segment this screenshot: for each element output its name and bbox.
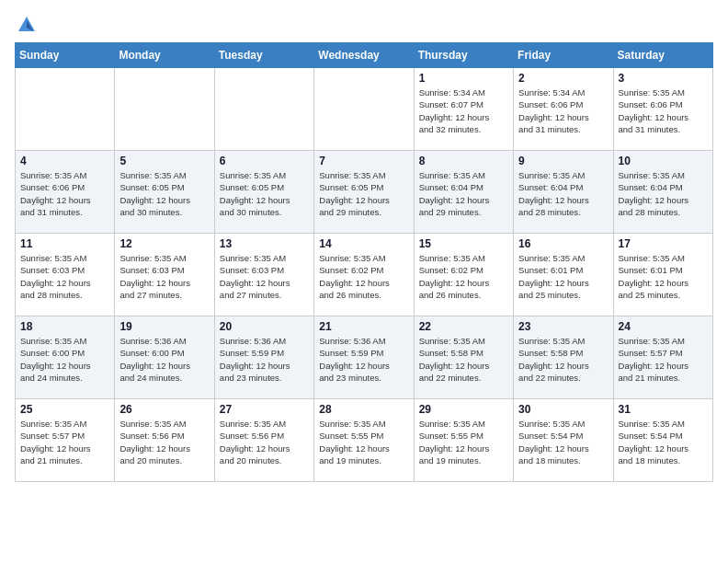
calendar-cell: 2Sunrise: 5:34 AM Sunset: 6:06 PM Daylig… [514, 68, 613, 151]
day-number: 24 [619, 320, 708, 333]
weekday-header: Friday [514, 43, 613, 68]
calendar-cell: 29Sunrise: 5:35 AM Sunset: 5:55 PM Dayli… [414, 399, 513, 482]
day-info: Sunrise: 5:35 AM Sunset: 6:04 PM Dayligh… [419, 169, 508, 218]
calendar-cell [16, 68, 115, 151]
day-info: Sunrise: 5:34 AM Sunset: 6:07 PM Dayligh… [419, 86, 508, 135]
day-info: Sunrise: 5:35 AM Sunset: 6:02 PM Dayligh… [419, 252, 508, 301]
day-info: Sunrise: 5:36 AM Sunset: 5:59 PM Dayligh… [319, 335, 408, 384]
day-info: Sunrise: 5:35 AM Sunset: 6:05 PM Dayligh… [119, 169, 209, 218]
calendar-cell: 4Sunrise: 5:35 AM Sunset: 6:06 PM Daylig… [16, 151, 115, 234]
calendar-cell: 25Sunrise: 5:35 AM Sunset: 5:57 PM Dayli… [16, 399, 115, 482]
day-number: 1 [419, 72, 508, 85]
calendar-cell: 6Sunrise: 5:35 AM Sunset: 6:05 PM Daylig… [214, 151, 313, 234]
calendar-cell: 27Sunrise: 5:35 AM Sunset: 5:56 PM Dayli… [214, 399, 313, 482]
day-number: 16 [518, 237, 608, 250]
day-info: Sunrise: 5:35 AM Sunset: 6:00 PM Dayligh… [20, 335, 109, 384]
calendar-cell: 9Sunrise: 5:35 AM Sunset: 6:04 PM Daylig… [514, 151, 613, 234]
day-number: 30 [518, 403, 608, 416]
day-info: Sunrise: 5:35 AM Sunset: 6:01 PM Dayligh… [619, 252, 708, 301]
day-info: Sunrise: 5:35 AM Sunset: 5:58 PM Dayligh… [419, 335, 508, 384]
day-number: 13 [220, 237, 309, 250]
calendar-cell: 1Sunrise: 5:34 AM Sunset: 6:07 PM Daylig… [414, 68, 513, 151]
day-number: 31 [619, 403, 708, 416]
calendar-cell: 13Sunrise: 5:35 AM Sunset: 6:03 PM Dayli… [214, 234, 313, 316]
day-info: Sunrise: 5:35 AM Sunset: 5:57 PM Dayligh… [20, 418, 109, 466]
calendar-cell: 7Sunrise: 5:35 AM Sunset: 6:05 PM Daylig… [314, 151, 414, 234]
calendar-cell: 12Sunrise: 5:35 AM Sunset: 6:03 PM Dayli… [115, 234, 214, 316]
day-number: 10 [619, 155, 708, 167]
day-info: Sunrise: 5:35 AM Sunset: 6:03 PM Dayligh… [220, 252, 309, 301]
calendar-week-row: 11Sunrise: 5:35 AM Sunset: 6:03 PM Dayli… [16, 234, 713, 316]
day-info: Sunrise: 5:35 AM Sunset: 5:55 PM Dayligh… [419, 418, 508, 466]
day-info: Sunrise: 5:36 AM Sunset: 5:59 PM Dayligh… [220, 335, 309, 384]
day-number: 12 [119, 237, 209, 250]
calendar-cell [214, 68, 313, 151]
calendar-cell: 24Sunrise: 5:35 AM Sunset: 5:57 PM Dayli… [613, 316, 712, 399]
calendar-cell: 30Sunrise: 5:35 AM Sunset: 5:54 PM Dayli… [514, 399, 613, 482]
calendar-week-row: 1Sunrise: 5:34 AM Sunset: 6:07 PM Daylig… [16, 68, 713, 151]
day-info: Sunrise: 5:35 AM Sunset: 6:04 PM Dayligh… [518, 169, 608, 218]
day-number: 15 [419, 237, 508, 250]
calendar-cell: 15Sunrise: 5:35 AM Sunset: 6:02 PM Dayli… [414, 234, 513, 316]
day-number: 27 [220, 403, 309, 416]
day-info: Sunrise: 5:35 AM Sunset: 5:56 PM Dayligh… [119, 418, 209, 466]
day-number: 25 [20, 403, 109, 416]
day-info: Sunrise: 5:35 AM Sunset: 6:04 PM Dayligh… [619, 169, 708, 218]
calendar-cell [314, 68, 414, 151]
day-info: Sunrise: 5:35 AM Sunset: 6:05 PM Dayligh… [220, 169, 309, 218]
logo [15, 15, 37, 35]
day-number: 23 [518, 320, 608, 333]
calendar-cell: 31Sunrise: 5:35 AM Sunset: 5:54 PM Dayli… [613, 399, 712, 482]
day-number: 28 [319, 403, 408, 416]
calendar-cell: 17Sunrise: 5:35 AM Sunset: 6:01 PM Dayli… [613, 234, 712, 316]
calendar-cell: 19Sunrise: 5:36 AM Sunset: 6:00 PM Dayli… [115, 316, 214, 399]
day-number: 22 [419, 320, 508, 333]
calendar-cell: 5Sunrise: 5:35 AM Sunset: 6:05 PM Daylig… [115, 151, 214, 234]
day-number: 17 [619, 237, 708, 250]
day-number: 4 [20, 155, 109, 167]
day-number: 14 [319, 237, 408, 250]
day-number: 8 [419, 155, 508, 167]
calendar-week-row: 4Sunrise: 5:35 AM Sunset: 6:06 PM Daylig… [16, 151, 713, 234]
day-number: 19 [119, 320, 209, 333]
day-info: Sunrise: 5:35 AM Sunset: 6:05 PM Dayligh… [319, 169, 408, 218]
logo-icon [17, 15, 37, 35]
day-info: Sunrise: 5:35 AM Sunset: 5:54 PM Dayligh… [619, 418, 708, 466]
day-info: Sunrise: 5:35 AM Sunset: 5:56 PM Dayligh… [220, 418, 309, 466]
calendar-cell: 14Sunrise: 5:35 AM Sunset: 6:02 PM Dayli… [314, 234, 414, 316]
day-number: 18 [20, 320, 109, 333]
weekday-header: Wednesday [314, 43, 414, 68]
day-number: 9 [518, 155, 608, 167]
calendar-cell: 26Sunrise: 5:35 AM Sunset: 5:56 PM Dayli… [115, 399, 214, 482]
day-info: Sunrise: 5:35 AM Sunset: 5:57 PM Dayligh… [619, 335, 708, 384]
day-info: Sunrise: 5:36 AM Sunset: 6:00 PM Dayligh… [119, 335, 209, 384]
day-info: Sunrise: 5:35 AM Sunset: 6:03 PM Dayligh… [119, 252, 209, 301]
weekday-header: Thursday [414, 43, 513, 68]
calendar-cell: 18Sunrise: 5:35 AM Sunset: 6:00 PM Dayli… [16, 316, 115, 399]
day-number: 5 [119, 155, 209, 167]
calendar-cell: 3Sunrise: 5:35 AM Sunset: 6:06 PM Daylig… [613, 68, 712, 151]
calendar-cell: 21Sunrise: 5:36 AM Sunset: 5:59 PM Dayli… [314, 316, 414, 399]
day-number: 11 [20, 237, 109, 250]
weekday-header: Saturday [613, 43, 712, 68]
weekday-header: Sunday [16, 43, 115, 68]
calendar-cell: 22Sunrise: 5:35 AM Sunset: 5:58 PM Dayli… [414, 316, 513, 399]
day-number: 21 [319, 320, 408, 333]
day-info: Sunrise: 5:34 AM Sunset: 6:06 PM Dayligh… [518, 86, 608, 135]
day-info: Sunrise: 5:35 AM Sunset: 6:03 PM Dayligh… [20, 252, 109, 301]
day-info: Sunrise: 5:35 AM Sunset: 6:02 PM Dayligh… [319, 252, 408, 301]
calendar-week-row: 25Sunrise: 5:35 AM Sunset: 5:57 PM Dayli… [16, 399, 713, 482]
calendar-cell: 28Sunrise: 5:35 AM Sunset: 5:55 PM Dayli… [314, 399, 414, 482]
weekday-header: Monday [115, 43, 214, 68]
day-info: Sunrise: 5:35 AM Sunset: 5:58 PM Dayligh… [518, 335, 608, 384]
page-header [15, 15, 713, 35]
calendar-cell [115, 68, 214, 151]
day-number: 29 [419, 403, 508, 416]
day-info: Sunrise: 5:35 AM Sunset: 6:01 PM Dayligh… [518, 252, 608, 301]
calendar-week-row: 18Sunrise: 5:35 AM Sunset: 6:00 PM Dayli… [16, 316, 713, 399]
weekday-header-row: SundayMondayTuesdayWednesdayThursdayFrid… [16, 43, 713, 68]
calendar-cell: 20Sunrise: 5:36 AM Sunset: 5:59 PM Dayli… [214, 316, 313, 399]
calendar-cell: 16Sunrise: 5:35 AM Sunset: 6:01 PM Dayli… [514, 234, 613, 316]
weekday-header: Tuesday [214, 43, 313, 68]
calendar-cell: 11Sunrise: 5:35 AM Sunset: 6:03 PM Dayli… [16, 234, 115, 316]
